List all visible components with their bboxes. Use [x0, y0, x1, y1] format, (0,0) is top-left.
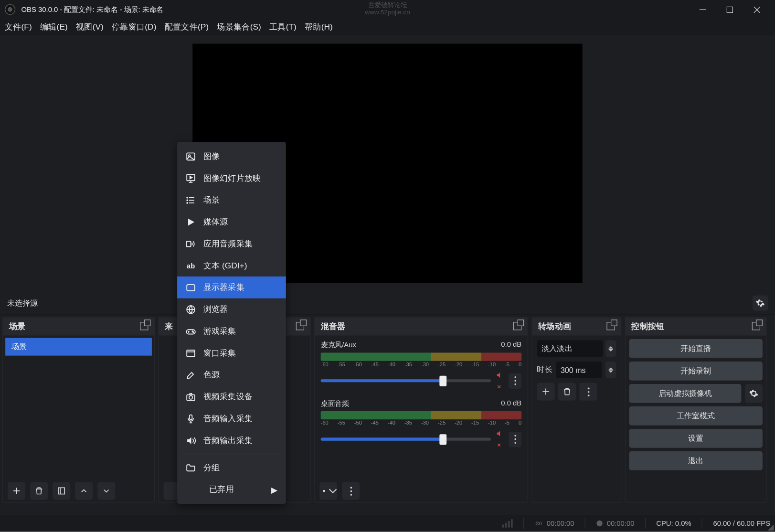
scene-moveup-button[interactable] [75, 482, 93, 500]
menu-scenecollection[interactable]: 场景集合(S) [217, 22, 261, 32]
brush-icon [185, 370, 196, 380]
mixer-advanced-button[interactable] [319, 482, 337, 500]
context-menu-item-audio-app[interactable]: 应用音频采集 [177, 233, 286, 255]
transition-select-spin[interactable] [605, 340, 616, 357]
context-menu-item-label: 图像 [203, 151, 220, 161]
menu-edit[interactable]: 编辑(E) [40, 22, 68, 32]
context-menu-item-monitor[interactable]: 显示器采集 [177, 277, 286, 298]
start-virtualcam-button[interactable]: 启动虚拟摄像机 [629, 384, 741, 403]
mixer-channel-db: 0.0 dB [501, 340, 521, 351]
app-logo-icon [5, 4, 15, 15]
context-menu-item-label: 游戏采集 [203, 326, 236, 336]
add-source-context-menu: 图像 图像幻灯片放映 场景 媒体源 应用音频采集 ab 文本 (GDI+) 显示… [177, 142, 286, 504]
svg-point-8 [187, 200, 188, 201]
transition-add-button[interactable] [537, 383, 554, 401]
window-icon [185, 348, 196, 358]
transition-delete-button[interactable] [558, 383, 576, 401]
mixer-channel: 桌面音频0.0 dB -60-55-50-45-40-35-30-25-20-1… [317, 396, 525, 455]
controls-dock: 控制按钮 开始直播 开始录制 启动虚拟摄像机 工作室模式 设置 退出 [625, 317, 767, 502]
context-menu-item-list[interactable]: 场景 [177, 189, 286, 211]
mixer-channel-name: 麦克风/Aux [321, 340, 356, 351]
svg-rect-10 [186, 241, 191, 246]
context-menu-item-label: 音频输出采集 [203, 435, 253, 446]
context-menu-item-gamepad[interactable]: 游戏采集 [177, 320, 286, 342]
context-menu-item-label: 图像幻灯片放映 [203, 173, 261, 183]
context-menu-item-已弃用[interactable]: 已弃用 ▶ [177, 479, 286, 500]
mixer-mute-button[interactable]: × [494, 429, 505, 449]
network-icon [502, 519, 513, 527]
context-menu-item-label: 显示器采集 [203, 282, 245, 293]
scene-filter-button[interactable] [53, 482, 70, 500]
scene-delete-button[interactable] [30, 482, 48, 500]
mixer-volume-slider[interactable] [321, 379, 491, 382]
controls-popout-icon[interactable] [752, 322, 760, 332]
blank-icon [185, 484, 196, 495]
context-menu-item-speaker[interactable]: 音频输出采集 [177, 429, 286, 451]
scenes-dock: 场景 场景 [2, 317, 155, 502]
watermark-text: 吾爱破解论坛 www.52pojie.cn [365, 1, 410, 15]
monitor-icon [185, 282, 196, 293]
scene-item[interactable]: 场景 [5, 338, 152, 356]
start-recording-button[interactable]: 开始录制 [629, 362, 763, 381]
mixer-mute-button[interactable]: × [494, 371, 505, 391]
transition-menu-button[interactable] [579, 383, 597, 401]
sources-popout-icon[interactable] [296, 322, 304, 332]
context-menu-item-window[interactable]: 窗口采集 [177, 342, 286, 364]
menu-profile[interactable]: 配置文件(P) [165, 22, 209, 32]
scene-movedown-button[interactable] [97, 482, 115, 500]
virtualcam-config-button[interactable] [745, 384, 763, 403]
svg-rect-19 [190, 415, 192, 419]
context-menu-item-globe[interactable]: 浏览器 [177, 298, 286, 320]
stream-status: 00:00:00 [535, 519, 574, 527]
svg-point-15 [193, 331, 194, 332]
no-source-label: 未选择源 [7, 298, 38, 308]
context-menu-item-image[interactable]: 图像 [177, 145, 286, 167]
folder-icon [185, 462, 196, 473]
globe-icon [185, 304, 196, 314]
context-menu-item-brush[interactable]: 色源 [177, 364, 286, 386]
context-menu-item-text[interactable]: ab 文本 (GDI+) [177, 255, 286, 277]
scenes-popout-icon[interactable] [140, 322, 148, 332]
menu-file[interactable]: 文件(F) [5, 22, 32, 32]
scene-add-button[interactable] [8, 482, 25, 500]
resize-grip-icon[interactable] [768, 524, 774, 530]
window-close-button[interactable] [743, 0, 770, 19]
mixer-channel-menu-button[interactable] [509, 373, 521, 388]
source-properties-gear-button[interactable] [753, 295, 768, 310]
mixer-volume-slider[interactable] [321, 438, 491, 441]
menu-help[interactable]: 帮助(H) [305, 22, 333, 32]
mixer-popout-icon[interactable] [513, 322, 521, 332]
context-menu-item-mic[interactable]: 音频输入采集 [177, 408, 286, 430]
transitions-popout-icon[interactable] [606, 322, 615, 332]
window-titlebar: OBS 30.0.0 - 配置文件: 未命名 - 场景: 未命名 吾爱破解论坛 … [0, 0, 775, 19]
context-menu-item-label: 文本 (GDI+) [203, 260, 247, 271]
transition-select[interactable]: 淡入淡出 [537, 340, 603, 357]
scene-item-label: 场景 [11, 341, 27, 352]
menu-view[interactable]: 视图(V) [76, 22, 104, 32]
svg-rect-1 [58, 488, 64, 494]
transition-duration-spin[interactable] [605, 362, 616, 378]
context-menu-item-label: 窗口采集 [203, 348, 236, 358]
settings-button[interactable]: 设置 [629, 429, 763, 448]
context-menu-item-slideshow[interactable]: 图像幻灯片放映 [177, 167, 286, 189]
menu-tools[interactable]: 工具(T) [269, 22, 297, 32]
transition-duration-label: 时长 [537, 364, 552, 375]
context-menu-item-camera[interactable]: 视频采集设备 [177, 386, 286, 408]
window-minimize-button[interactable] [689, 0, 716, 19]
context-menu-item-folder[interactable]: 分组 [177, 457, 286, 479]
menu-dock[interactable]: 停靠窗口(D) [112, 22, 156, 32]
image-icon [185, 151, 196, 161]
studio-mode-button[interactable]: 工作室模式 [629, 406, 763, 426]
speaker-icon [185, 435, 196, 446]
transition-duration-input[interactable]: 300 ms [556, 362, 602, 378]
mixer-channel: 麦克风/Aux0.0 dB -60-55-50-45-40-35-30-25-2… [317, 338, 525, 396]
context-menu-item-play[interactable]: 媒体源 [177, 211, 286, 233]
exit-button[interactable]: 退出 [629, 451, 763, 470]
context-menu-item-label: 已弃用 [209, 484, 234, 495]
mixer-dock: 混音器 麦克风/Aux0.0 dB -60-55-50-45-40-35-30-… [314, 317, 528, 502]
mixer-menu-button[interactable] [342, 482, 360, 500]
start-streaming-button[interactable]: 开始直播 [629, 339, 763, 358]
window-title: OBS 30.0.0 - 配置文件: 未命名 - 场景: 未命名 [21, 4, 164, 14]
mixer-channel-menu-button[interactable] [509, 432, 521, 447]
window-maximize-button[interactable] [716, 0, 743, 19]
